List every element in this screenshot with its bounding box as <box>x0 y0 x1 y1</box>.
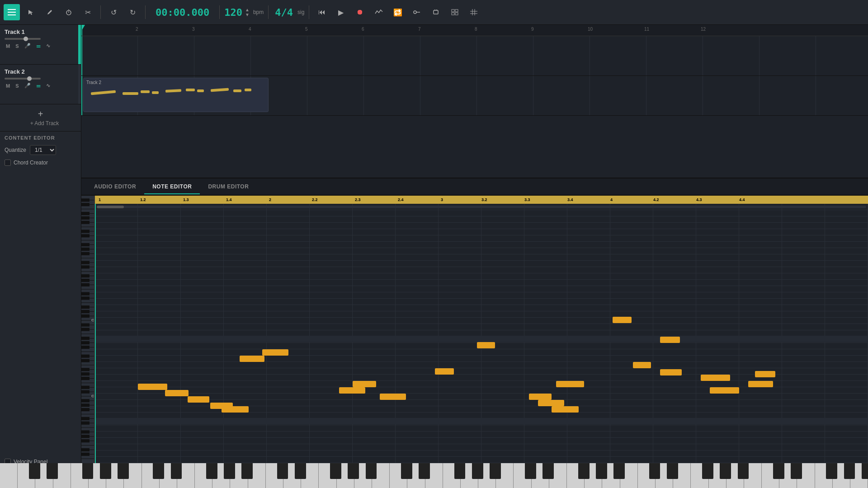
vk-black-25[interactable] <box>613 463 625 479</box>
vk-black-15[interactable] <box>366 463 377 479</box>
note-23[interactable] <box>748 381 773 387</box>
vk-black-22[interactable] <box>542 463 554 479</box>
vk-black-3[interactable] <box>82 463 94 479</box>
note-7[interactable] <box>222 406 249 413</box>
note-grid-area[interactable] <box>95 204 868 463</box>
bpm-arrows[interactable]: ▲▼ <box>245 7 250 17</box>
note-12[interactable] <box>477 342 495 348</box>
note-17[interactable] <box>613 317 632 323</box>
vk-black-19[interactable] <box>472 463 483 479</box>
vk-black-8[interactable] <box>206 463 217 479</box>
add-track-button[interactable]: + + Add Track <box>0 104 81 131</box>
vk-black-17[interactable] <box>419 463 430 479</box>
note-18[interactable] <box>633 362 651 368</box>
select-tool-button[interactable] <box>23 4 39 20</box>
timer-button[interactable] <box>61 4 77 20</box>
vk-black-6[interactable] <box>153 463 164 479</box>
vk-key-33[interactable] <box>567 463 585 488</box>
note-21[interactable] <box>701 375 730 381</box>
track-1-eq[interactable]: ⚌ <box>35 42 42 49</box>
vk-keys-container[interactable]: .vk-w { flex:1; background:#d0d0d0; bord… <box>81 463 868 488</box>
note-6[interactable] <box>240 356 264 362</box>
vk-key-23[interactable] <box>390 463 407 488</box>
vk-black-12[interactable] <box>295 463 306 479</box>
vk-black-24[interactable] <box>596 463 607 479</box>
vk-black-21[interactable] <box>525 463 536 479</box>
grid-button[interactable] <box>466 4 482 20</box>
vk-key-12[interactable] <box>195 463 212 488</box>
mix-button[interactable] <box>409 4 425 20</box>
track-2-fx[interactable]: ∿ <box>45 82 52 89</box>
track-2-clip[interactable]: Track 2 <box>83 78 269 112</box>
note-5[interactable] <box>262 349 288 356</box>
note-1[interactable] <box>138 384 167 390</box>
track-2-volume-slider[interactable] <box>5 78 41 80</box>
automation-button[interactable] <box>371 4 387 20</box>
vk-black-26[interactable] <box>649 463 660 479</box>
track-2-arm[interactable]: 🎤 <box>23 82 32 89</box>
vk-black-14[interactable] <box>348 463 359 479</box>
note-9[interactable] <box>353 381 376 387</box>
note-20[interactable] <box>660 337 680 343</box>
vk-black-4[interactable] <box>100 463 111 479</box>
quantize-select[interactable]: 1/1 1/2 1/4 1/8 1/16 <box>30 145 56 155</box>
track-1-arm[interactable]: 🎤 <box>23 42 32 49</box>
vk-black-32[interactable] <box>791 463 802 479</box>
vk-key-16[interactable] <box>266 463 283 488</box>
vk-key-44[interactable] <box>762 463 779 488</box>
vk-black-20[interactable] <box>490 463 501 479</box>
note-22[interactable] <box>710 387 739 394</box>
tab-note-editor[interactable]: NOTE EDITOR <box>144 180 200 194</box>
undo-button[interactable]: ↺ <box>105 4 122 20</box>
vk-black-10[interactable] <box>241 463 253 479</box>
vk-key-19[interactable] <box>319 463 336 488</box>
pencil-tool-button[interactable] <box>42 4 58 20</box>
note-24[interactable] <box>755 371 775 377</box>
track-1-content[interactable] <box>81 36 868 75</box>
note-3[interactable] <box>188 396 209 403</box>
tab-audio-editor[interactable]: AUDIO EDITOR <box>86 180 144 194</box>
vk-black-34[interactable] <box>844 463 855 479</box>
scrollbar-track[interactable] <box>97 206 866 208</box>
play-button[interactable]: ▶ <box>333 4 349 20</box>
chord-creator-checkbox[interactable] <box>5 160 11 166</box>
vk-key-40[interactable] <box>691 463 708 488</box>
track-2-content[interactable]: Track 2 <box>81 76 868 115</box>
note-16[interactable] <box>556 381 584 387</box>
loop-button[interactable]: 🔁 <box>390 4 406 20</box>
vk-black-13[interactable] <box>330 463 341 479</box>
track-1-solo[interactable]: S <box>14 43 20 49</box>
vk-black-18[interactable] <box>454 463 466 479</box>
track-2-mute[interactable]: M <box>5 83 11 89</box>
vk-black-33[interactable] <box>826 463 837 479</box>
tab-drum-editor[interactable]: DRUM EDITOR <box>200 180 257 194</box>
track-2-solo[interactable]: S <box>14 83 20 89</box>
arrange-button[interactable] <box>447 4 463 20</box>
plugin-button[interactable] <box>428 4 444 20</box>
vk-key-30[interactable] <box>514 463 531 488</box>
vk-key-5[interactable] <box>81 463 89 488</box>
vk-black-11[interactable] <box>277 463 288 479</box>
redo-button[interactable]: ↻ <box>124 4 141 20</box>
note-15[interactable] <box>552 406 579 413</box>
vk-black-27[interactable] <box>667 463 678 479</box>
note-8[interactable] <box>339 387 365 394</box>
vk-black-30[interactable] <box>738 463 749 479</box>
vk-black-5[interactable] <box>118 463 129 479</box>
note-13[interactable] <box>529 394 552 400</box>
vk-black-23[interactable] <box>578 463 590 479</box>
vk-black-16[interactable] <box>401 463 412 479</box>
vk-key-9[interactable] <box>142 463 160 488</box>
note-14[interactable] <box>538 400 564 406</box>
vk-black-9[interactable] <box>224 463 235 479</box>
track-2-eq[interactable]: ⚌ <box>35 82 42 89</box>
vk-key-47[interactable] <box>815 463 833 488</box>
note-2[interactable] <box>165 390 189 396</box>
note-11[interactable] <box>435 368 454 375</box>
vk-black-35[interactable] <box>862 463 868 479</box>
note-19[interactable] <box>660 369 682 375</box>
vk-black-29[interactable] <box>720 463 731 479</box>
vk-key-26[interactable] <box>443 463 461 488</box>
scrollbar-thumb[interactable] <box>97 206 124 208</box>
note-10[interactable] <box>380 394 406 400</box>
